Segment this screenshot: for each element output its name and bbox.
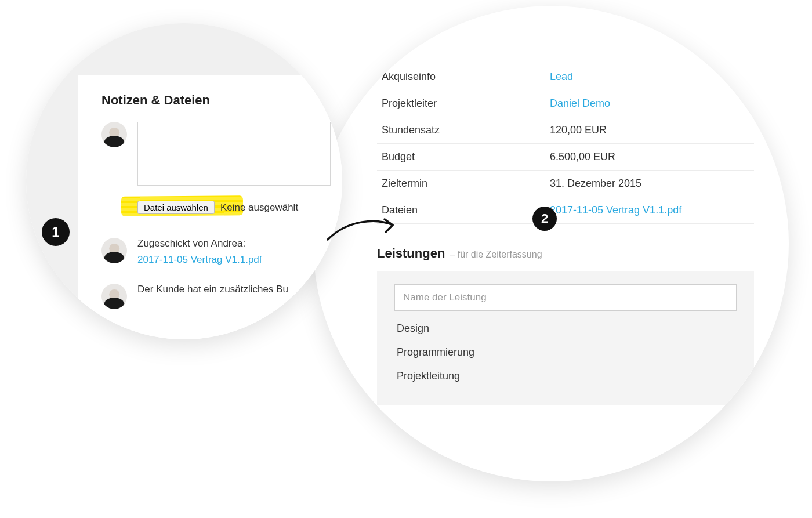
avatar xyxy=(102,284,127,309)
file-status-text: Keine ausgewählt xyxy=(220,202,298,213)
table-row: Zieltermin31. Dezember 2015 xyxy=(377,171,754,197)
info-link[interactable]: 2017-11-05 Vertrag V1.1.pdf xyxy=(550,204,682,216)
info-label: Projektleiter xyxy=(377,90,545,117)
attachment-link[interactable]: 2017-11-05 Vertrag V1.1.pdf xyxy=(137,254,262,266)
notes-heading: Notizen & Dateien xyxy=(102,93,331,108)
notes-zoom-circle: Notizen & Dateien Datei auswählen Keine … xyxy=(26,23,342,339)
note-row: Der Kunde hat ein zusätzliches Bu xyxy=(102,273,331,316)
info-value: 120,00 EUR xyxy=(545,117,754,144)
info-label: Stundensatz xyxy=(377,117,545,144)
service-item[interactable]: Projektleitung xyxy=(394,358,737,382)
arrow-icon xyxy=(322,208,403,254)
table-row: ProjektleiterDaniel Demo xyxy=(377,90,754,117)
info-value: 2017-11-05 Vertrag V1.1.pdf xyxy=(545,197,754,224)
avatar xyxy=(102,238,127,263)
services-panel: DesignProgrammierungProjektleitung xyxy=(377,271,754,405)
services-subtitle: – für die Zeiterfassung xyxy=(449,249,542,260)
service-item[interactable]: Design xyxy=(394,311,737,335)
note-row: Zugeschickt von Andrea:2017-11-05 Vertra… xyxy=(102,227,331,273)
avatar xyxy=(102,122,127,147)
project-info-table: AkquiseinfoLeadProjektleiterDaniel DemoS… xyxy=(377,64,754,224)
note-text: Zugeschickt von Andrea: xyxy=(137,238,331,249)
note-text: Der Kunde hat ein zusätzliches Bu xyxy=(137,284,331,295)
info-value: 6.500,00 EUR xyxy=(545,144,754,171)
table-row: AkquiseinfoLead xyxy=(377,64,754,90)
note-textarea[interactable] xyxy=(137,122,331,186)
info-label: Zieltermin xyxy=(377,171,545,197)
step-badge-2: 2 xyxy=(532,207,557,231)
service-name-input[interactable] xyxy=(394,284,737,311)
info-label: Budget xyxy=(377,144,545,171)
choose-file-button[interactable]: Datei auswählen xyxy=(137,201,215,214)
info-value: 31. Dezember 2015 xyxy=(545,171,754,197)
table-row: Dateien2017-11-05 Vertrag V1.1.pdf xyxy=(377,197,754,224)
info-link[interactable]: Daniel Demo xyxy=(550,97,610,109)
info-label: Akquiseinfo xyxy=(377,64,545,90)
step-badge-1: 1 xyxy=(42,218,70,246)
table-row: Budget6.500,00 EUR xyxy=(377,144,754,171)
info-value: Lead xyxy=(545,64,754,90)
info-link[interactable]: Lead xyxy=(550,71,573,82)
service-item[interactable]: Programmierung xyxy=(394,335,737,358)
info-value: Daniel Demo xyxy=(545,90,754,117)
table-row: Stundensatz120,00 EUR xyxy=(377,117,754,144)
services-heading: Leistungen – für die Zeiterfassung xyxy=(377,246,754,261)
